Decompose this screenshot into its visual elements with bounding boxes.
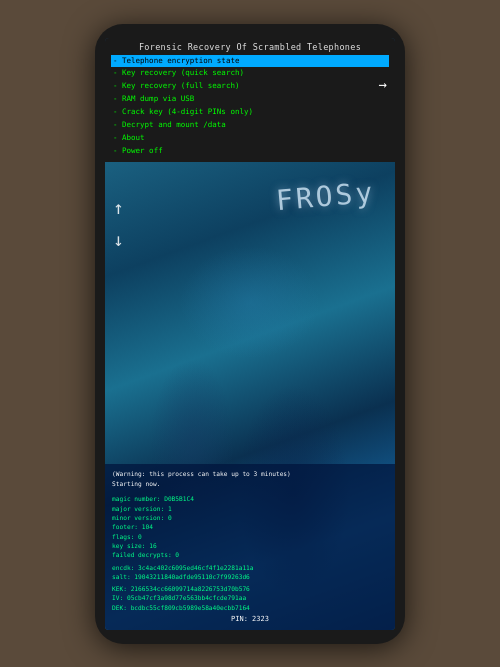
key-size: key size: 16 <box>112 541 388 550</box>
menu-item-key-full[interactable]: - Key recovery (full search) <box>111 80 389 93</box>
phone-device: Forensic Recovery Of Scrambled Telephone… <box>95 24 405 644</box>
magic-number: magic number: D0B5B1C4 <box>112 494 388 503</box>
minor-version: minor version: 0 <box>112 513 388 522</box>
flags-val: flags: 0 <box>112 532 388 541</box>
menu-arrow: → <box>379 76 387 92</box>
down-arrow-icon[interactable]: ↓ <box>113 224 124 256</box>
menu-bar: Forensic Recovery Of Scrambled Telephone… <box>105 38 395 162</box>
menu-item-decrypt[interactable]: - Decrypt and mount /data <box>111 119 389 132</box>
major-version: major version: 1 <box>112 504 388 513</box>
menu-item-ram-dump[interactable]: - RAM dump via USB <box>111 93 389 106</box>
dek-val: DEK: bcdbc55cf809cb5989e58a40ecbb7164 <box>112 603 388 612</box>
phone-screen: Forensic Recovery Of Scrambled Telephone… <box>105 38 395 630</box>
scroll-arrows: ↑ ↓ <box>113 192 124 257</box>
main-content-area: FROSy ↑ ↓ (Warning: this process can tak… <box>105 162 395 630</box>
pin-result: PIN: 2323 <box>112 614 388 625</box>
menu-item-crack[interactable]: - Crack key (4-digit PINs only) <box>111 106 389 119</box>
menu-item-encryption[interactable]: - Telephone encryption state <box>111 55 389 68</box>
warning-line1: (Warning: this process can take up to 3 … <box>112 469 388 478</box>
menu-item-key-quick[interactable]: - Key recovery (quick search) <box>111 67 389 80</box>
iv-val: IV: 05cb47cf3a98d77e563bb4cfcde791aa <box>112 593 388 602</box>
encdk-val: encdk: 3c4ac402c6095ed46cf4f1e2281a11a <box>112 563 388 572</box>
starting-line: Starting now. <box>112 479 388 488</box>
menu-item-power[interactable]: - Power off <box>111 145 389 158</box>
salt-val: salt: 19043211840adfde95110c7f99263d6 <box>112 572 388 581</box>
app-title: Forensic Recovery Of Scrambled Telephone… <box>111 42 389 52</box>
kek-val: KEK: 2166534cc66099714a8226753d70b576 <box>112 584 388 593</box>
info-panel: (Warning: this process can take up to 3 … <box>105 464 395 630</box>
menu-item-about[interactable]: - About <box>111 132 389 145</box>
up-arrow-icon[interactable]: ↑ <box>113 192 124 224</box>
failed-decrypts: failed decrypts: 0 <box>112 550 388 559</box>
footer-val: footer: 104 <box>112 522 388 531</box>
